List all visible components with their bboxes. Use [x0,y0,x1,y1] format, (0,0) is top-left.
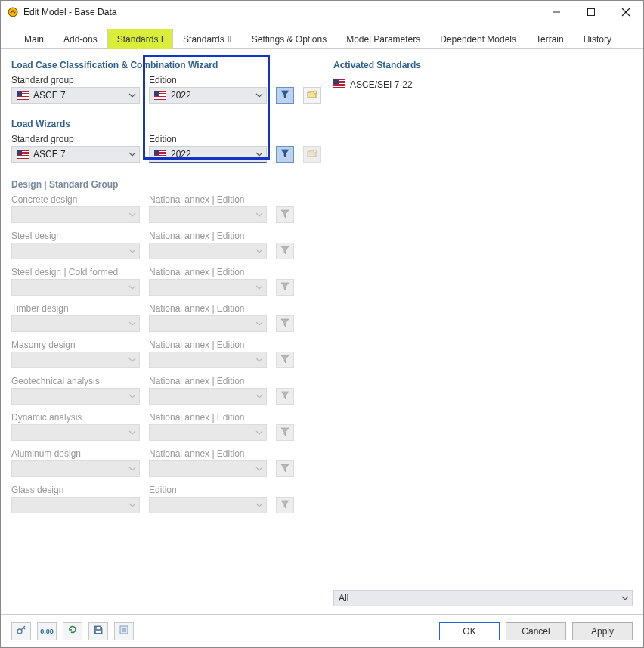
left-pane: Load Case Classification & Combination W… [1,49,326,614]
chevron-down-icon [255,321,263,326]
dialog-edit-model: Edit Model - Base Data MainAdd-onsStanda… [0,0,644,648]
svg-rect-39 [333,85,345,85]
funnel-icon [280,464,289,475]
chevron-down-icon [128,285,136,290]
apply-button[interactable]: Apply [572,622,633,640]
footer-tool-save[interactable] [88,622,108,640]
tab-add-ons[interactable]: Add-ons [54,29,107,49]
svg-rect-9 [17,97,29,98]
chevron-down-icon [128,394,136,398]
open-button-1[interactable] [303,87,321,104]
svg-rect-31 [154,156,166,157]
svg-rect-17 [154,98,166,99]
chevron-down-icon [255,285,263,290]
tab-main[interactable]: Main [14,29,54,49]
chevron-down-icon [128,93,136,98]
chevron-down-icon [128,467,136,471]
combo-edition-1-value: 2022 [171,90,251,101]
design-right-label: National annex | Edition [149,267,267,277]
tab-history[interactable]: History [574,29,621,49]
chevron-down-icon [128,503,136,507]
funnel-icon [280,427,289,439]
label-standard-group-1: Standard group [11,75,140,85]
combo-design-left [11,352,140,368]
svg-point-19 [314,91,317,94]
chevron-down-icon [255,503,263,507]
activated-item[interactable]: ASCE/SEI 7-22 [333,79,633,90]
footer-tool-list[interactable] [114,622,134,640]
flag-us-icon [17,150,29,159]
chevron-down-icon [255,93,263,98]
label-edition-2: Edition [149,134,267,144]
filter-button-disabled [276,315,294,332]
close-button[interactable] [608,1,643,23]
filter-button-2[interactable] [276,146,294,163]
chevron-down-icon [128,212,136,217]
design-right-label: National annex | Edition [149,231,267,241]
footer-tool-refresh[interactable] [63,622,82,640]
list-icon [119,625,129,637]
svg-rect-26 [17,150,22,155]
combo-standard-group-2[interactable]: ASCE 7 [11,146,140,163]
section-load-wizards-title: Load Wizards [11,119,321,129]
activated-item-label: ASCE/SEI 7-22 [350,79,413,90]
combo-design-left [11,206,140,223]
filter-button-1[interactable] [276,87,294,104]
window-buttons [539,1,643,23]
filter-button-disabled [276,388,294,405]
design-row: Dynamic analysisNational annex | Edition [11,412,321,441]
combo-design-right [149,315,267,332]
filter-button-disabled [276,460,294,477]
cancel-button-label: Cancel [522,626,550,637]
design-left-label: Masonry design [11,340,140,350]
combo-standard-group-1[interactable]: ASCE 7 [11,87,140,104]
design-right-label: Edition [149,485,267,495]
design-left-label: Glass design [11,485,140,495]
chevron-down-icon [255,394,263,398]
filter-button-disabled [276,497,294,513]
svg-rect-40 [333,86,345,87]
footer-tool-help[interactable] [11,622,31,640]
tab-terrain[interactable]: Terrain [526,29,574,49]
tab-dependent-models[interactable]: Dependent Models [430,29,526,49]
footer-tool-units[interactable]: 0,00 [37,622,57,640]
tab-settings-options[interactable]: Settings & Options [242,29,336,49]
combo-design-left [11,424,140,441]
combo-design-right [149,460,267,477]
combo-activated-filter[interactable]: All [333,590,633,606]
design-row: Aluminum designNational annex | Edition [11,448,321,477]
chevron-down-icon [128,358,136,362]
dialog-footer: 0,00 OK Cancel Apply [1,614,643,647]
design-row: Glass designEdition [11,485,321,513]
chevron-down-icon [128,249,136,253]
svg-rect-41 [333,79,339,84]
activated-standards-list: ASCE/SEI 7-22 [333,79,633,90]
design-left-label: Steel design [11,231,140,241]
combo-design-right [149,352,267,368]
design-right-label: National annex | Edition [149,376,267,386]
combo-edition-2[interactable]: 2022 [149,146,267,163]
cancel-button[interactable]: Cancel [506,622,566,640]
tab-standards-ii[interactable]: Standards II [173,29,242,49]
combo-design-right [149,243,267,259]
chevron-down-icon [255,212,263,217]
design-left-label: Dynamic analysis [11,412,140,423]
tab-standards-i[interactable]: Standards I [107,29,173,49]
funnel-icon [280,209,289,221]
funnel-icon [280,149,289,160]
combo-edition-1[interactable]: 2022 [149,87,267,104]
save-icon [93,625,104,637]
open-button-2 [303,146,321,163]
minimize-button[interactable] [539,1,574,23]
funnel-icon [280,355,289,366]
ok-button[interactable]: OK [439,622,500,640]
maximize-button[interactable] [574,1,608,23]
tab-model-parameters[interactable]: Model Parameters [336,29,430,49]
combo-edition-2-value: 2022 [171,149,251,160]
chevron-down-icon [255,249,263,253]
design-left-label: Concrete design [11,194,140,205]
svg-rect-10 [17,98,29,99]
design-row: Steel designNational annex | Edition [11,231,321,259]
filter-button-disabled [276,206,294,223]
apply-button-label: Apply [591,626,614,637]
